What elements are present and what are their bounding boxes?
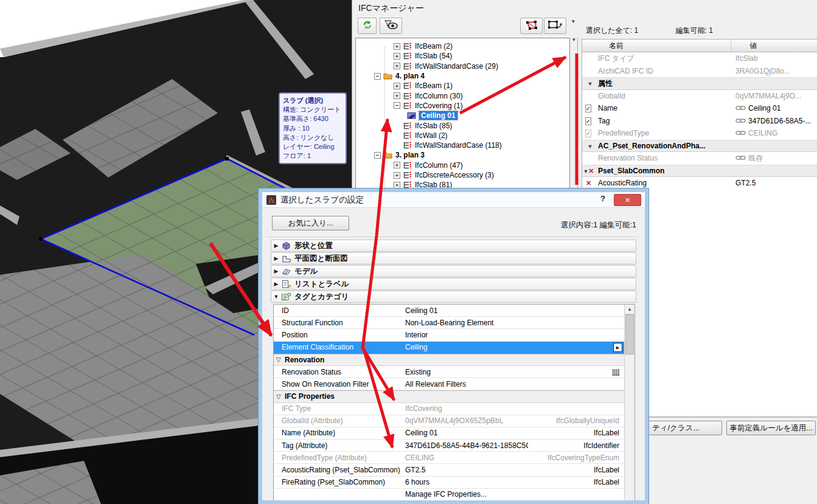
filter-visibility-button[interactable] — [380, 18, 402, 34]
sync-icon — [362, 20, 373, 32]
settings-row[interactable]: IFC TypeIfcCovering — [274, 403, 625, 415]
tree-collapse-icon[interactable]: − — [394, 102, 400, 109]
property-group-row[interactable]: ▼AC_Pset_RenovationAndPha... — [582, 140, 817, 153]
tree-expand-icon[interactable]: + — [394, 162, 400, 168]
property-row[interactable]: ✕AcousticRatingGT2.5 — [582, 177, 817, 190]
tags-categories-icon — [281, 292, 293, 302]
group-collapse-icon[interactable]: ▼ — [588, 81, 593, 87]
settings-row[interactable]: Element ClassificationCeiling▶ — [274, 342, 625, 354]
tree-item[interactable]: +IfcWallStandardCase (29) — [356, 61, 569, 71]
property-row[interactable]: IFC タイプIfcSlab — [582, 52, 817, 65]
settings-row[interactable]: AcousticRating (Pset_SlabCommon)GT2.5Ifc… — [274, 464, 625, 476]
property-checkbox[interactable]: ✓ — [585, 105, 591, 112]
favorites-button[interactable]: お気に入り... — [272, 216, 349, 230]
section-bar[interactable]: ▶形状と位置 — [271, 240, 636, 252]
section-expand-icon[interactable]: ▶ — [271, 243, 281, 249]
toolbar-caret-icon[interactable]: ▾ — [572, 18, 575, 24]
settings-row[interactable]: PredefinedType (Attribute)CEILINGIfcCove… — [274, 452, 625, 464]
section-expand-icon[interactable]: ▶ — [271, 281, 281, 287]
section-bar[interactable]: ▶平面図と断面図 — [271, 252, 636, 264]
settings-row[interactable]: Show On Renovation FilterAll Relevant Fi… — [274, 378, 625, 390]
section-tags-categories[interactable]: ▼タグとカテゴリ — [271, 291, 636, 303]
tree-item[interactable]: IfcWall (2) — [356, 131, 569, 140]
selection-handle[interactable] — [225, 157, 229, 161]
settings-row[interactable]: Structural FunctionNon-Load-Bearing Elem… — [274, 317, 625, 329]
tree-item[interactable]: +IfcColumn (47) — [356, 161, 569, 170]
close-button[interactable]: ✕ — [614, 194, 641, 206]
settings-row[interactable]: GlobalId (Attribute)0qVM7MMAL4j9OX65Z5pB… — [274, 415, 625, 427]
name-column-header[interactable]: 名前 — [582, 41, 731, 51]
section-expand-icon[interactable]: ▶ — [271, 268, 281, 274]
group-collapse-icon[interactable]: ▽ — [276, 393, 281, 400]
tree-item[interactable]: +IfcBeam (1) — [356, 81, 569, 91]
tree-item-label: IfcSlab (54) — [415, 52, 452, 60]
tree-expand-icon[interactable]: + — [394, 43, 400, 50]
tree-item[interactable]: +IfcDiscreteAccessory (3) — [356, 170, 569, 180]
tree-expand-icon[interactable]: + — [394, 92, 400, 99]
setting-name: Element Classification — [274, 343, 405, 351]
apply-predefined-rules-button[interactable]: 事前定義ルールを適用... — [726, 421, 816, 435]
setting-value: CEILING — [405, 454, 528, 462]
group-collapse-icon[interactable]: ▼ — [588, 143, 593, 150]
table-scrollbar[interactable]: ▲ — [624, 305, 634, 500]
settings-group-row[interactable]: ▽Renovation — [274, 354, 625, 366]
tree-item[interactable]: +IfcColumn (30) — [356, 91, 569, 100]
property-group-row[interactable]: ▼✕Pset_SlabCommon — [582, 165, 817, 178]
group-collapse-icon[interactable]: ▼ — [583, 168, 588, 174]
settings-row[interactable]: FireRating (Pset_SlabCommon)6 hoursIfcLa… — [274, 477, 625, 489]
settings-row[interactable]: Renovation StatusExisting — [274, 366, 625, 378]
sync-button[interactable] — [358, 18, 377, 34]
splitter-caret-icon[interactable]: ▾ — [572, 36, 575, 43]
value-column-header[interactable]: 値 — [731, 40, 817, 52]
marquee-selection-button[interactable] — [544, 18, 566, 34]
group-collapse-icon[interactable]: ▽ — [276, 356, 281, 363]
polygon-selection-button[interactable] — [520, 18, 543, 34]
property-row[interactable]: GlobalId0qVM7MMAL4j9O... — [582, 90, 817, 103]
property-row[interactable]: ✓NameCeiling 01 — [582, 102, 817, 115]
tree-expand-icon[interactable]: + — [394, 53, 400, 60]
invalid-x-icon: ✕ — [586, 179, 591, 187]
property-checkbox[interactable]: ✓ — [585, 129, 591, 137]
property-row[interactable]: ArchiCAD IFC ID3RA0G1QjD8o... — [582, 65, 817, 78]
tree-expand-icon[interactable]: + — [394, 182, 400, 188]
tree-item[interactable]: IfcWallStandardCase (118) — [356, 140, 569, 150]
tree-collapse-icon[interactable]: − — [374, 73, 381, 80]
property-row[interactable]: Renovation Status既存 — [582, 152, 817, 165]
selection-handle[interactable] — [39, 237, 43, 241]
scrollbar-thumb[interactable] — [625, 314, 634, 354]
classification-expand-button[interactable]: ▶ — [613, 343, 622, 352]
property-checkbox[interactable]: ✓ — [585, 117, 591, 125]
tree-expand-icon[interactable]: + — [394, 63, 400, 69]
settings-row[interactable]: Tag (Attribute)347D61D6-58A5-44B4-9621-1… — [274, 440, 625, 452]
help-button[interactable]: ? — [596, 194, 610, 206]
section-bar[interactable]: ▶リストとラベル — [271, 278, 636, 290]
tree-expand-icon[interactable]: + — [394, 83, 400, 89]
tree-item[interactable]: −IfcCovering (1) — [356, 101, 569, 111]
section-expand-icon[interactable]: ▶ — [271, 255, 281, 261]
scroll-up-icon[interactable]: ▲ — [625, 305, 634, 314]
settings-group-row[interactable]: ▽IFC Properties — [274, 390, 625, 402]
settings-row[interactable]: Manage IFC Properties... — [274, 489, 625, 500]
tree-item[interactable]: Ceiling 01 — [356, 111, 569, 120]
property-group-row[interactable]: ▼属性 — [582, 77, 817, 90]
settings-row[interactable]: Name (Attribute)Ceiling 01IfcLabel — [274, 427, 625, 440]
tree-collapse-icon[interactable]: − — [374, 152, 381, 159]
property-name: Pset_SlabCommon — [598, 167, 731, 175]
property-name: Name — [598, 104, 731, 112]
section-bar[interactable]: ▶モデル — [271, 265, 636, 277]
tree-item[interactable]: +IfcBeam (2) — [356, 41, 569, 51]
tree-item[interactable]: −4. plan 4 — [356, 71, 569, 81]
setting-name: Tag (Attribute) — [274, 441, 405, 450]
property-row[interactable]: ✓PredefinedTypeCEILING — [582, 127, 817, 140]
tree-item[interactable]: IfcSlab (85) — [356, 120, 569, 130]
property-row[interactable]: ✓Tag347D61D6-58A5-... — [582, 115, 817, 128]
tree-item[interactable]: −3. plan 3 — [356, 150, 569, 160]
tree-expand-icon[interactable]: + — [394, 172, 400, 179]
tree-item[interactable]: +IfcSlab (54) — [356, 51, 569, 61]
settings-row[interactable]: IDCeiling 01 — [274, 305, 625, 317]
dialog-title-bar[interactable]: 選択したスラブの設定 — [262, 192, 645, 208]
setting-type: IfcLabel — [528, 466, 625, 474]
section-collapse-icon[interactable]: ▼ — [271, 294, 281, 300]
settings-row[interactable]: PositionInterior — [274, 329, 625, 341]
row-gutter: ▼ — [582, 79, 598, 88]
